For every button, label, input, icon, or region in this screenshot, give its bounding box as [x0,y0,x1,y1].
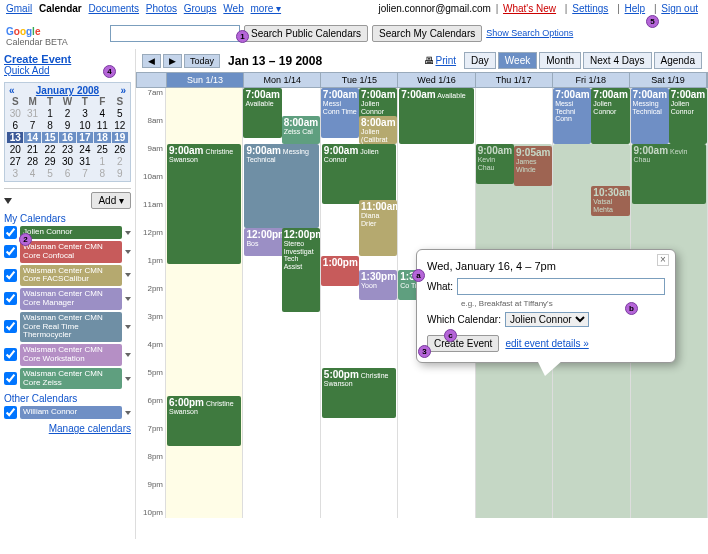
calendar-menu-icon[interactable] [125,250,131,254]
calendar-event[interactable]: 8:00am Zeiss Cal [282,116,320,144]
logo[interactable]: Google Calendar BETA [6,19,106,47]
calendar-event[interactable]: 1:30pm Yoon [359,270,397,300]
calendar-checkbox[interactable] [4,226,17,239]
mini-day[interactable]: 21 [24,144,40,155]
calendar-menu-icon[interactable] [125,297,131,301]
top-link-web[interactable]: Web [223,3,243,14]
calendar-event[interactable]: 1:00pm [321,256,359,286]
mini-day[interactable]: 13 [7,132,23,143]
day-header[interactable]: Tue 1/15 [321,73,398,87]
mini-day[interactable]: 6 [7,120,23,131]
view-day[interactable]: Day [464,52,496,69]
mini-day[interactable]: 1 [42,108,58,119]
day-header[interactable]: Wed 1/16 [398,73,475,87]
view-agenda[interactable]: Agenda [654,52,702,69]
calendar-checkbox[interactable] [4,320,17,333]
mini-day[interactable]: 11 [94,120,110,131]
mini-day[interactable]: 29 [42,156,58,167]
calendar-menu-icon[interactable] [125,273,131,277]
calendar-event[interactable]: 11:00am Diana Drier [359,200,397,256]
mini-day[interactable]: 5 [112,108,128,119]
calendar-chip[interactable]: Waisman Center CMN Core Workstation [20,344,122,366]
mini-day[interactable]: 31 [24,108,40,119]
bubble-close-button[interactable]: × [657,254,669,266]
calendar-chip[interactable]: Waisman Center CMN Core Confocal [20,241,122,263]
mini-day[interactable]: 9 [59,120,75,131]
calendar-event[interactable]: 7:00am Available [243,88,281,138]
day-header[interactable]: Thu 1/17 [476,73,553,87]
bubble-create-button[interactable]: Create Event [427,335,499,352]
calendar-event[interactable]: 12:00pm Stereo Investigat Tech Assist [282,228,320,312]
prev-week-button[interactable]: ◀ [142,54,161,68]
mini-day[interactable]: 9 [112,168,128,179]
top-link-calendar[interactable]: Calendar [39,3,82,14]
quick-add-link[interactable]: Quick Add [4,65,50,76]
calendar-chip[interactable]: Waisman Center CMN Core Manager [20,288,122,310]
day-header[interactable]: Sat 1/19 [630,73,707,87]
search-my-button[interactable]: Search My Calendars [372,25,482,42]
help-link[interactable]: Help [625,3,646,14]
view-next-4-days[interactable]: Next 4 Days [583,52,651,69]
top-link-documents[interactable]: Documents [88,3,139,14]
day-column-sun[interactable]: 9:00am Christine Swanson6:00pm Christine… [166,88,243,518]
day-column-mon[interactable]: 7:00am Available8:00am Zeiss Cal9:00am M… [243,88,320,518]
mini-day[interactable]: 18 [94,132,110,143]
calendar-event[interactable]: 9:00am Messing Technical [244,144,318,228]
calendar-chip[interactable]: William Connor [20,406,122,419]
mini-day[interactable]: 1 [94,156,110,167]
calendar-menu-icon[interactable] [125,411,131,415]
mini-day[interactable]: 31 [77,156,93,167]
calendar-chip[interactable]: Jolien Connor [20,226,122,239]
mini-day[interactable]: 4 [94,108,110,119]
mini-day[interactable]: 26 [112,144,128,155]
calendar-menu-icon[interactable] [125,231,131,235]
calendar-chip[interactable]: Waisman Center CMN Core Zeiss [20,368,122,390]
mini-day[interactable]: 14 [24,132,40,143]
top-link-groups[interactable]: Groups [184,3,217,14]
day-header[interactable]: Mon 1/14 [244,73,321,87]
calendar-checkbox[interactable] [4,292,17,305]
mini-month-title[interactable]: January 2008 [36,85,99,96]
mini-day[interactable]: 8 [42,120,58,131]
calendar-checkbox[interactable] [4,269,17,282]
mini-day[interactable]: 30 [7,108,23,119]
day-header[interactable]: Fri 1/18 [553,73,630,87]
mini-day[interactable]: 3 [7,168,23,179]
bubble-what-input[interactable] [457,278,665,295]
day-column-tue[interactable]: 7:00am Messi Conn Time7:00am Jolien Conn… [321,88,398,518]
mini-day[interactable]: 25 [94,144,110,155]
calendar-checkbox[interactable] [4,348,17,361]
mini-day[interactable]: 8 [94,168,110,179]
calendar-event[interactable]: 6:00pm Christine Swanson [167,396,241,446]
calendar-event[interactable]: 5:00pm Christine Swanson [322,368,396,418]
mini-day[interactable]: 30 [59,156,75,167]
mini-day[interactable]: 2 [59,108,75,119]
next-week-button[interactable]: ▶ [163,54,182,68]
mini-day[interactable]: 17 [77,132,93,143]
create-event-link[interactable]: Create Event [4,53,71,65]
calendar-event[interactable]: 9:00am Christine Swanson [167,144,241,264]
mini-day[interactable]: 12 [112,120,128,131]
sign-out-link[interactable]: Sign out [661,3,698,14]
calendar-checkbox[interactable] [4,372,17,385]
view-month[interactable]: Month [539,52,581,69]
collapse-icon[interactable] [4,198,12,204]
mini-day[interactable]: 4 [24,168,40,179]
calendar-chip[interactable]: Waisman Center CMN Core Real Time Thermo… [20,312,122,342]
bubble-edit-details-link[interactable]: edit event details » [505,338,588,349]
mini-day[interactable]: 19 [112,132,128,143]
settings-link[interactable]: Settings [572,3,608,14]
mini-day[interactable]: 10 [77,120,93,131]
calendar-event[interactable]: 7:00am Jolien Connor [591,88,629,144]
mini-day[interactable]: 16 [59,132,75,143]
calendar-event[interactable]: 7:00am Jolien Connor [669,88,707,144]
mini-day[interactable]: 7 [77,168,93,179]
mini-day[interactable]: 20 [7,144,23,155]
mini-day[interactable]: 23 [59,144,75,155]
top-link-photos[interactable]: Photos [146,3,177,14]
top-link-more ▾[interactable]: more ▾ [251,3,282,14]
mini-day[interactable]: 24 [77,144,93,155]
view-week[interactable]: Week [498,52,537,69]
today-button[interactable]: Today [184,54,220,68]
calendar-event[interactable]: 7:00am Available [399,88,473,144]
